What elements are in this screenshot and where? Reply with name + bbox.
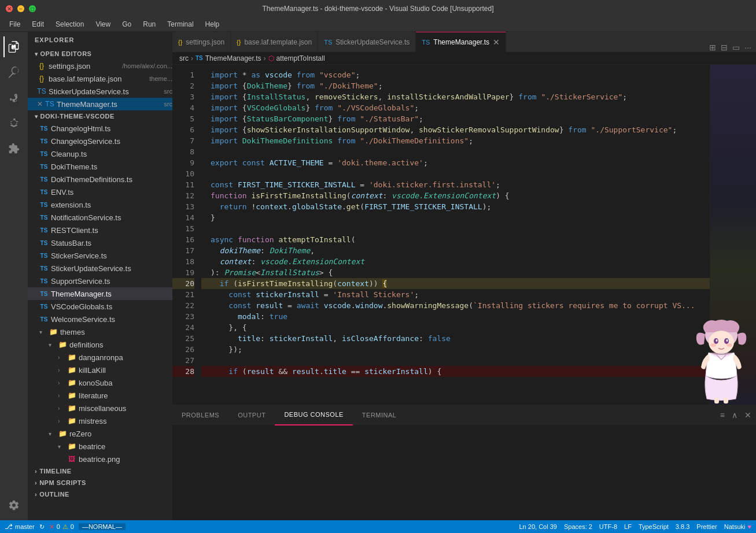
language-mode[interactable]: TypeScript <box>639 523 669 530</box>
tab-base-template[interactable]: {} base.laf.template.json <box>231 32 318 52</box>
tab-close-button[interactable]: ✕ <box>493 38 500 47</box>
code-editor[interactable]: 12345 678910 1112131415 16171819 20 2122… <box>172 65 756 405</box>
activity-explorer[interactable] <box>3 36 24 57</box>
file-thememanager[interactable]: TS ThemeManager.ts <box>28 287 172 300</box>
panel-tab-problems[interactable]: PROBLEMS <box>172 405 228 425</box>
tab-sticker-service[interactable]: TS StickerUpdateService.ts <box>318 32 416 52</box>
file-restclient[interactable]: TS RESTClient.ts <box>28 224 172 236</box>
file-cleanup[interactable]: TS Cleanup.ts <box>28 147 172 160</box>
git-branch[interactable]: ⎇ master <box>5 523 35 531</box>
ts-tab-icon: TS <box>422 39 430 46</box>
indentation[interactable]: Spaces: 2 <box>564 523 592 530</box>
git-icon: ⎇ <box>5 523 13 531</box>
breadcrumb-src[interactable]: src <box>179 54 189 62</box>
menu-selection[interactable]: Selection <box>51 19 88 29</box>
open-editor-base-template[interactable]: {} base.laf.template.json theme... <box>28 72 172 85</box>
panel-tab-debug-console[interactable]: DEBUG CONSOLE <box>275 405 352 425</box>
folder-icon: 📁 <box>67 353 76 362</box>
file-stickerupdateservice[interactable]: TS StickerUpdateService.ts <box>28 262 172 275</box>
close-button[interactable]: ✕ <box>6 5 13 12</box>
close-icon[interactable]: ✕ <box>37 100 43 108</box>
folder-mistress[interactable]: › 📁 mistress <box>28 414 172 427</box>
cursor-position[interactable]: Ln 20, Col 39 <box>519 523 557 530</box>
ts-icon: TS <box>39 289 49 298</box>
tab-theme-manager[interactable]: TS ThemeManager.ts ✕ <box>416 32 506 52</box>
activity-extensions[interactable] <box>3 138 24 159</box>
panel-content[interactable] <box>172 425 756 520</box>
file-extension[interactable]: TS extension.ts <box>28 198 172 211</box>
open-editors-header[interactable]: ▾ Open Editors <box>28 48 172 60</box>
file-statusbar[interactable]: TS StatusBar.ts <box>28 236 172 249</box>
breadcrumb-fn-name[interactable]: attemptToInstall <box>276 54 325 62</box>
panel-toggle-icon[interactable]: ▭ <box>732 43 740 52</box>
code-content[interactable]: import * as vscode from "vscode"; import… <box>201 65 710 405</box>
file-welcomeservice[interactable]: TS WelcomeService.ts <box>28 313 172 325</box>
png-icon: 🖼 <box>67 454 76 464</box>
file-stickerservice[interactable]: TS StickerService.ts <box>28 249 172 262</box>
layout-icon[interactable]: ⊟ <box>721 43 728 52</box>
panel-filter-icon[interactable]: ≡ <box>720 410 725 420</box>
project-header[interactable]: ▾ DOKI-THEME-VSCODE <box>28 110 172 122</box>
menu-file[interactable]: File <box>5 19 25 29</box>
panel-up-icon[interactable]: ∧ <box>732 410 737 420</box>
user-name[interactable]: Natsuki ♥ <box>724 523 751 530</box>
menu-terminal[interactable]: Terminal <box>163 19 198 29</box>
sidebar: Explorer ▾ Open Editors {} settings.json… <box>28 32 172 520</box>
more-options-icon[interactable]: ··· <box>744 43 751 52</box>
file-dokithemedefs[interactable]: TS DokiThemeDefinitions.ts <box>28 173 172 186</box>
activity-settings[interactable] <box>3 495 24 516</box>
open-editor-settings-json[interactable]: {} settings.json /home/alex/.con... <box>28 60 172 72</box>
folder-themes[interactable]: ▾ 📁 themes <box>28 325 172 338</box>
file-label: StatusBar.ts <box>51 239 172 247</box>
npm-scripts-header[interactable]: › NPM SCRIPTS <box>28 477 172 488</box>
file-beatrice-png[interactable]: 🖼 beatrice.png <box>28 453 172 465</box>
activity-search[interactable] <box>3 62 24 83</box>
activity-source-control[interactable] <box>3 87 24 108</box>
outline-header[interactable]: › OUTLINE <box>28 488 172 500</box>
timeline-header[interactable]: › TIMELINE <box>28 465 172 477</box>
code-line-2: import {DokiTheme} from "./DokiTheme"; <box>201 80 710 91</box>
open-editor-sticker-service[interactable]: TS StickerUpdateService.ts src <box>28 85 172 98</box>
sync-icon: ↻ <box>39 523 45 531</box>
file-dokitheme[interactable]: TS DokiTheme.ts <box>28 160 172 173</box>
open-editor-label: ThemeManager.ts <box>57 100 161 109</box>
panel-tab-output[interactable]: OUTPUT <box>228 405 275 425</box>
file-supportservice[interactable]: TS SupportService.ts <box>28 275 172 287</box>
activity-debug[interactable] <box>3 113 24 134</box>
file-notificationservice[interactable]: TS NotificationService.ts <box>28 211 172 224</box>
prettier-version[interactable]: 3.8.3 <box>676 523 689 530</box>
menu-help[interactable]: Help <box>201 19 224 29</box>
line-ending[interactable]: LF <box>624 523 632 530</box>
formatter[interactable]: Prettier <box>696 523 717 530</box>
menu-edit[interactable]: Edit <box>27 19 49 29</box>
file-env[interactable]: TS ENV.ts <box>28 186 172 198</box>
breadcrumb-file[interactable]: ThemeManager.ts <box>205 54 261 62</box>
folder-definitions[interactable]: ▾ 📁 definitions <box>28 338 172 351</box>
split-editor-icon[interactable]: ⊞ <box>709 43 716 52</box>
file-vscodeglobals[interactable]: TS VSCodeGlobals.ts <box>28 300 172 313</box>
folder-miscellaneous[interactable]: › 📁 miscellaneous <box>28 402 172 414</box>
folder-konoSuba[interactable]: › 📁 konoSuba <box>28 376 172 389</box>
menu-go[interactable]: Go <box>117 19 136 29</box>
ts-icon: TS <box>37 87 46 96</box>
file-label: DokiThemeDefinitions.ts <box>51 175 172 184</box>
maximize-button[interactable]: □ <box>29 5 36 12</box>
folder-beatrice[interactable]: ▾ 📁 beatrice <box>28 440 172 453</box>
folder-danganronpa[interactable]: › 📁 danganronpa <box>28 351 172 364</box>
file-label: ChangelogService.ts <box>51 137 172 146</box>
menu-view[interactable]: View <box>91 19 115 29</box>
panel-tab-terminal[interactable]: TERMINAL <box>353 405 406 425</box>
tab-settings-json[interactable]: {} settings.json <box>172 32 231 52</box>
menu-run[interactable]: Run <box>138 19 160 29</box>
file-changeloghtml[interactable]: TS ChangelogHtml.ts <box>28 122 172 135</box>
folder-killLaKill[interactable]: › 📁 killLaKill <box>28 364 172 376</box>
folder-literature[interactable]: › 📁 literature <box>28 389 172 402</box>
sync-button[interactable]: ↻ <box>39 523 45 531</box>
file-changelogservice[interactable]: TS ChangelogService.ts <box>28 135 172 147</box>
panel-close-icon[interactable]: ✕ <box>744 410 751 420</box>
encoding[interactable]: UTF-8 <box>599 523 617 530</box>
errors-count[interactable]: ✕ 0 ⚠ 0 <box>49 523 74 531</box>
minimize-button[interactable]: − <box>17 5 24 12</box>
folder-reZero[interactable]: ▾ 📁 reZero <box>28 427 172 440</box>
open-editor-theme-manager[interactable]: ✕ TS ThemeManager.ts src <box>28 98 172 110</box>
